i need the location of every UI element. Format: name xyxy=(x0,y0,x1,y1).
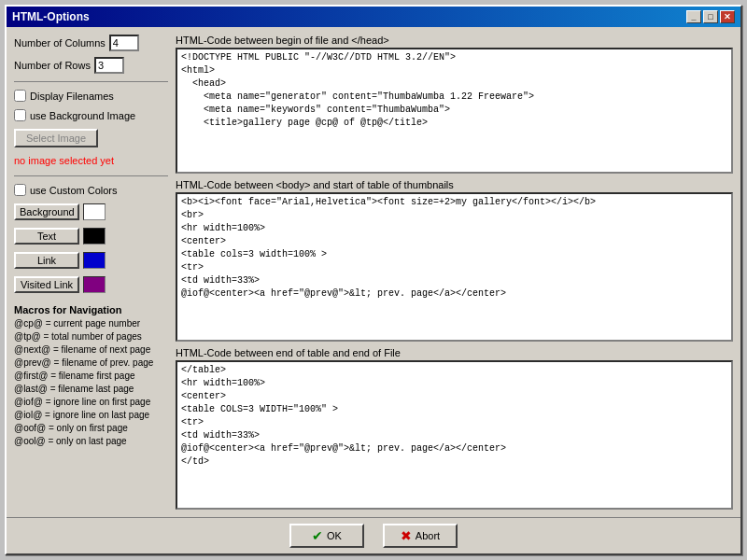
ok-icon: ✔ xyxy=(312,528,323,543)
separator1 xyxy=(14,81,168,82)
display-filenames-label: Display Filenames xyxy=(30,91,114,102)
visited-link-color-swatch xyxy=(83,276,106,293)
ok-button[interactable]: ✔ OK xyxy=(289,524,364,548)
html-section-2: HTML-Code between <body> and start of ta… xyxy=(176,179,733,342)
rows-label: Number of Rows xyxy=(14,60,91,71)
html-section-1: HTML-Code between begin of file and </he… xyxy=(176,35,733,174)
section3-code[interactable]: </table> <hr width=100%> <center> <table… xyxy=(176,360,733,510)
separator2 xyxy=(14,175,168,176)
macro-item: @first@ = filename first page xyxy=(14,370,168,383)
macro-item: @iol@ = ignore line on last page xyxy=(14,409,168,422)
section1-code[interactable]: <!DOCTYPE HTML PUBLIC "-//W3C//DTD HTML … xyxy=(176,48,733,174)
ok-label: OK xyxy=(327,530,342,541)
macro-item: @cp@ = current page number xyxy=(14,317,168,330)
use-background-checkbox[interactable] xyxy=(14,109,26,121)
footer: ✔ OK ✖ Abort xyxy=(7,517,740,553)
window-content: Number of Columns Number of Rows Display… xyxy=(7,27,740,517)
link-color-row: Link xyxy=(14,252,168,269)
macro-item: @last@ = filename last page xyxy=(14,383,168,396)
background-color-row: Background xyxy=(14,203,168,220)
use-custom-colors-row: use Custom Colors xyxy=(14,184,168,196)
abort-label: Abort xyxy=(416,530,440,541)
abort-button[interactable]: ✖ Abort xyxy=(383,524,458,548)
macro-item: @prev@ = filename of prev. page xyxy=(14,357,168,370)
macro-item: @oof@ = only on first page xyxy=(14,422,168,435)
macro-item: @ool@ = only on last page xyxy=(14,435,168,448)
rows-input[interactable] xyxy=(94,57,124,74)
columns-input[interactable] xyxy=(109,35,139,51)
rows-row: Number of Rows xyxy=(14,57,168,74)
visited-link-color-button[interactable]: Visited Link xyxy=(14,276,79,293)
text-color-button[interactable]: Text xyxy=(14,228,79,245)
maximize-button[interactable]: □ xyxy=(703,10,718,23)
text-color-row: Text xyxy=(14,228,168,245)
link-color-swatch xyxy=(83,252,106,269)
macros-title: Macros for Navigation xyxy=(14,304,168,315)
background-color-swatch xyxy=(83,203,106,220)
use-custom-colors-checkbox[interactable] xyxy=(14,184,26,196)
use-custom-colors-label: use Custom Colors xyxy=(30,185,118,196)
section3-label: HTML-Code between end of table and end o… xyxy=(176,347,733,358)
title-bar-buttons: _ □ ✕ xyxy=(686,10,735,23)
no-image-text: no image selected yet xyxy=(14,155,168,166)
main-window: HTML-Options _ □ ✕ Number of Columns Num… xyxy=(5,5,742,555)
minimize-button[interactable]: _ xyxy=(686,10,701,23)
macro-item: @iof@ = ignore line on first page xyxy=(14,396,168,409)
macro-item: @next@ = filename of next page xyxy=(14,343,168,357)
columns-label: Number of Columns xyxy=(14,37,106,49)
link-color-button[interactable]: Link xyxy=(14,252,79,269)
window-title: HTML-Options xyxy=(12,10,90,23)
background-color-button[interactable]: Background xyxy=(14,203,79,220)
columns-row: Number of Columns xyxy=(14,35,168,51)
macros-section: Macros for Navigation @cp@ = current pag… xyxy=(14,304,168,448)
text-color-swatch xyxy=(83,228,106,245)
left-panel: Number of Columns Number of Rows Display… xyxy=(14,35,168,510)
use-background-label: use Background Image xyxy=(30,110,135,121)
title-bar: HTML-Options _ □ ✕ xyxy=(7,7,740,27)
section2-code[interactable]: <b><i><font face="Arial,Helvetica"><font… xyxy=(176,192,733,342)
close-button[interactable]: ✕ xyxy=(720,10,735,23)
select-image-button[interactable]: Select Image xyxy=(14,129,98,147)
macros-list: @cp@ = current page number@tp@ = total n… xyxy=(14,317,168,448)
section2-label: HTML-Code between <body> and start of ta… xyxy=(176,179,733,190)
display-filenames-checkbox[interactable] xyxy=(14,90,26,102)
visited-link-color-row: Visited Link xyxy=(14,276,168,293)
section1-label: HTML-Code between begin of file and </he… xyxy=(176,35,733,46)
abort-icon: ✖ xyxy=(401,528,412,543)
html-section-3: HTML-Code between end of table and end o… xyxy=(176,347,733,510)
display-filenames-row: Display Filenames xyxy=(14,90,168,102)
use-background-row: use Background Image xyxy=(14,109,168,121)
macro-item: @tp@ = total number of pages xyxy=(14,330,168,343)
right-panel: HTML-Code between begin of file and </he… xyxy=(176,35,733,510)
